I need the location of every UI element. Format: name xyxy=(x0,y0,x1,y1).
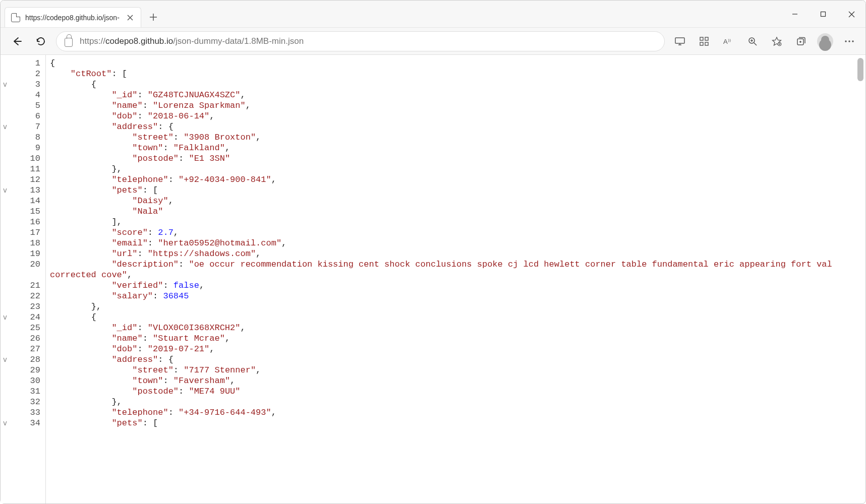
new-tab-button[interactable] xyxy=(144,8,162,26)
fold-gutter[interactable]: vvvvvv xyxy=(1,55,10,503)
url-text: https://codepo8.github.io/json-dummy-dat… xyxy=(80,36,304,46)
settings-menu-button[interactable] xyxy=(840,32,858,50)
line-number: 18 xyxy=(10,238,40,248)
browser-tab[interactable]: https://codepo8.github.io/json- xyxy=(5,7,141,27)
code-line: { xyxy=(50,58,861,69)
code-line: "telephone": "+92-4034-900-841", xyxy=(50,174,861,185)
line-number: 23 xyxy=(10,301,40,312)
window-close-button[interactable] xyxy=(837,1,865,28)
code-line: "dob": "2019-07-21", xyxy=(50,344,861,354)
code-line: "pets": [ xyxy=(50,185,861,196)
fold-toggle xyxy=(1,174,10,185)
profile-button[interactable] xyxy=(816,32,834,50)
code-line: "dob": "2018-06-14", xyxy=(50,111,861,121)
scrollbar-track[interactable] xyxy=(857,55,864,503)
collections-icon[interactable] xyxy=(792,32,810,50)
back-button[interactable] xyxy=(8,32,26,50)
line-number: 14 xyxy=(10,196,40,206)
line-number: 17 xyxy=(10,227,40,238)
fold-toggle xyxy=(1,132,10,143)
favorites-icon[interactable] xyxy=(768,32,786,50)
fold-toggle[interactable]: v xyxy=(1,312,10,323)
line-number: 10 xyxy=(10,153,40,164)
code-line: "postode": "ME74 9UU" xyxy=(50,386,861,397)
code-line: "_id": "VLOX0C0I368XRCH2", xyxy=(50,323,861,333)
fold-toggle[interactable]: v xyxy=(1,79,10,90)
svg-rect-2 xyxy=(700,37,703,40)
line-number: 2 xyxy=(10,69,40,79)
line-number: 26 xyxy=(10,333,40,344)
code-line: "name": "Stuart Mcrae", xyxy=(50,333,861,344)
svg-point-10 xyxy=(845,40,846,42)
code-line: }, xyxy=(50,164,861,174)
line-number: 13 xyxy=(10,185,40,196)
fold-toggle xyxy=(1,344,10,354)
avatar-icon xyxy=(817,33,833,49)
code-line: "town": "Faversham", xyxy=(50,375,861,386)
fold-toggle xyxy=(1,100,10,111)
line-number: 16 xyxy=(10,217,40,227)
url-prefix: https:// xyxy=(80,36,105,46)
fold-toggle xyxy=(1,280,10,291)
fold-toggle xyxy=(1,227,10,238)
fold-toggle xyxy=(1,375,10,386)
fold-toggle xyxy=(1,217,10,227)
line-number-gutter: 1234567891011121314151617181920212223242… xyxy=(10,55,46,503)
code-line: "Daisy", xyxy=(50,196,861,206)
page-icon xyxy=(11,13,20,22)
fold-toggle[interactable]: v xyxy=(1,418,10,428)
read-aloud-icon[interactable]: A⁾⁾ xyxy=(719,32,737,50)
fold-toggle xyxy=(1,69,10,79)
fold-toggle xyxy=(1,248,10,259)
fold-toggle xyxy=(1,301,10,312)
fold-toggle xyxy=(1,397,10,407)
tab-title: https://codepo8.github.io/json- xyxy=(25,14,120,22)
line-number: 21 xyxy=(10,280,40,291)
code-line: ], xyxy=(50,217,861,227)
window-maximize-button[interactable] xyxy=(809,1,837,28)
line-number: 31 xyxy=(10,386,40,397)
line-number: 15 xyxy=(10,206,40,217)
fold-toggle xyxy=(1,365,10,375)
line-number: 9 xyxy=(10,143,40,153)
fold-toggle xyxy=(1,206,10,217)
apps-grid-icon[interactable] xyxy=(695,32,713,50)
fold-toggle xyxy=(1,333,10,344)
line-number: 28 xyxy=(10,354,40,365)
title-bar: https://codepo8.github.io/json- xyxy=(1,1,865,28)
line-number: 5 xyxy=(10,100,40,111)
svg-rect-0 xyxy=(821,12,826,17)
code-line: "email": "herta05952@hotmail.com", xyxy=(50,238,861,248)
line-number: 19 xyxy=(10,248,40,259)
line-number: 33 xyxy=(10,407,40,418)
code-line: }, xyxy=(50,301,861,312)
code-line: "address": { xyxy=(50,121,861,132)
code-line: "ctRoot": [ xyxy=(50,69,861,79)
tab-close-button[interactable] xyxy=(125,12,136,23)
window-minimize-button[interactable] xyxy=(781,1,809,28)
fold-toggle[interactable]: v xyxy=(1,354,10,365)
fold-toggle xyxy=(1,143,10,153)
svg-rect-1 xyxy=(675,38,684,43)
code-line: "street": "3908 Broxton", xyxy=(50,132,861,143)
code-area[interactable]: { "ctRoot": [ { "_id": "GZ48TCJNUAGX4SZC… xyxy=(46,55,865,503)
line-number: 22 xyxy=(10,291,40,301)
refresh-button[interactable] xyxy=(32,32,50,50)
fold-toggle xyxy=(1,111,10,121)
code-line: "description": "oe occur recommendation … xyxy=(50,259,861,280)
fold-toggle xyxy=(1,291,10,301)
code-line: "name": "Lorenza Sparkman", xyxy=(50,100,861,111)
zoom-icon[interactable] xyxy=(743,32,762,50)
desktop-mode-icon[interactable] xyxy=(671,32,689,50)
json-viewer: vvvvvv 123456789101112131415161718192021… xyxy=(1,55,865,503)
fold-toggle[interactable]: v xyxy=(1,121,10,132)
code-line: "telephone": "+34-9716-644-493", xyxy=(50,407,861,418)
code-line: "score": 2.7, xyxy=(50,227,861,238)
address-bar[interactable]: https://codepo8.github.io/json-dummy-dat… xyxy=(56,31,665,51)
fold-toggle xyxy=(1,259,10,280)
line-number: 32 xyxy=(10,397,40,407)
scrollbar-thumb[interactable] xyxy=(857,58,863,81)
code-line: "verified": false, xyxy=(50,280,861,291)
fold-toggle[interactable]: v xyxy=(1,185,10,196)
url-host: codepo8.github.io xyxy=(105,36,173,46)
